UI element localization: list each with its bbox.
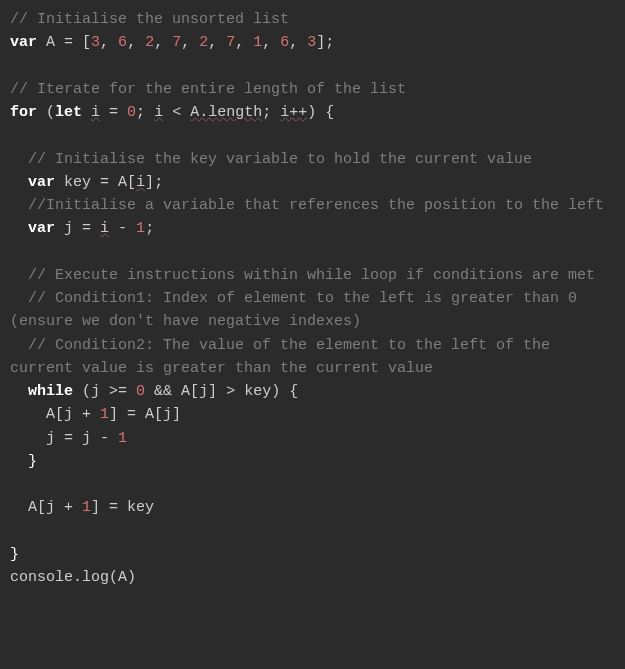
identifier: A[j]: [181, 383, 217, 400]
number-literal: 1: [118, 430, 127, 447]
number-literal: 1: [82, 499, 91, 516]
bracket: ];: [316, 34, 334, 51]
comment-line: // Execute instructions within while loo…: [28, 267, 595, 284]
comment-line: // Initialise the key variable to hold t…: [28, 151, 532, 168]
number-literal: 0: [136, 383, 145, 400]
keyword-var: var: [28, 220, 55, 237]
operator: -: [109, 220, 136, 237]
bracket: ]: [91, 499, 100, 516]
identifier: key: [244, 383, 271, 400]
identifier: i: [154, 104, 163, 121]
bracket: ]: [109, 406, 118, 423]
identifier: i: [91, 104, 100, 121]
semicolon: ;: [262, 104, 280, 121]
identifier: A.length: [190, 104, 262, 121]
number-literal: 3: [307, 34, 316, 51]
comma: ,: [127, 34, 145, 51]
identifier: A[j +: [46, 406, 100, 423]
identifier: i: [100, 220, 109, 237]
identifier: A[j +: [28, 499, 82, 516]
number-literal: 6: [280, 34, 289, 51]
comment-line: // Condition1: Index of element to the l…: [10, 290, 586, 330]
operator: =: [55, 34, 82, 51]
number-literal: 1: [136, 220, 145, 237]
comma: ,: [208, 34, 226, 51]
bracket: [: [82, 34, 91, 51]
number-literal: 0: [127, 104, 136, 121]
bracket: ]: [145, 174, 154, 191]
paren-brace: ) {: [271, 383, 298, 400]
identifier: j: [91, 383, 100, 400]
paren-brace: ) {: [307, 104, 334, 121]
comma: ,: [154, 34, 172, 51]
keyword-let: let: [55, 104, 82, 121]
operator: <: [163, 104, 190, 121]
comment-line: // Iterate for the entire length of the …: [10, 81, 406, 98]
comma: ,: [289, 34, 307, 51]
operator: =: [118, 406, 145, 423]
identifier: i++: [280, 104, 307, 121]
semicolon: ;: [145, 220, 154, 237]
number-literal: 7: [172, 34, 181, 51]
number-literal: 2: [145, 34, 154, 51]
identifier: j = j -: [46, 430, 118, 447]
comma: ,: [181, 34, 199, 51]
number-literal: 6: [118, 34, 127, 51]
number-literal: 3: [91, 34, 100, 51]
operator: =: [100, 499, 127, 516]
comment-line: //Initialise a variable that references …: [28, 197, 604, 214]
operator: &&: [145, 383, 181, 400]
number-literal: 7: [226, 34, 235, 51]
comma: ,: [100, 34, 118, 51]
identifier: A[j]: [145, 406, 181, 423]
identifier: A[: [118, 174, 136, 191]
keyword-var: var: [28, 174, 55, 191]
operator: =: [73, 220, 100, 237]
paren: (: [37, 104, 55, 121]
console-log: console.log(A): [10, 569, 136, 586]
comma: ,: [235, 34, 253, 51]
number-literal: 2: [199, 34, 208, 51]
paren: (: [73, 383, 91, 400]
comma: ,: [262, 34, 280, 51]
code-block: // Initialise the unsorted list var A = …: [0, 0, 625, 597]
semicolon: ;: [136, 104, 154, 121]
identifier: i: [136, 174, 145, 191]
operator: =: [100, 104, 127, 121]
comment-line: // Condition2: The value of the element …: [10, 337, 559, 377]
semicolon: ;: [154, 174, 163, 191]
brace: }: [28, 453, 37, 470]
brace: }: [10, 546, 19, 563]
number-literal: 1: [100, 406, 109, 423]
identifier: A: [46, 34, 55, 51]
identifier: key: [64, 174, 91, 191]
operator: =: [91, 174, 118, 191]
identifier: key: [127, 499, 154, 516]
keyword-for: for: [10, 104, 37, 121]
keyword-var: var: [10, 34, 37, 51]
keyword-while: while: [28, 383, 73, 400]
comment-line: // Initialise the unsorted list: [10, 11, 289, 28]
identifier: j: [64, 220, 73, 237]
number-literal: 1: [253, 34, 262, 51]
operator: >=: [100, 383, 136, 400]
operator: >: [217, 383, 244, 400]
